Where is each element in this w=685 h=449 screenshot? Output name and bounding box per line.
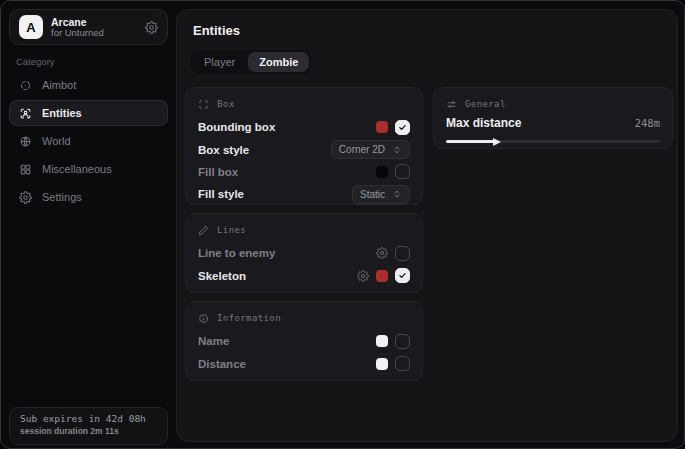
general-card: General Max distance 248m xyxy=(433,87,673,149)
page-title: Entities xyxy=(193,23,240,38)
sidebar-nav: Aimbot Entities World Miscellaneous Sett… xyxy=(9,72,168,212)
sub-expires-text: Sub expires in 42d 08h xyxy=(20,413,157,424)
setting-row-line-to-enemy: Line to enemy xyxy=(198,242,410,264)
color-swatch[interactable] xyxy=(376,358,388,370)
checkbox-distance[interactable] xyxy=(395,356,410,371)
max-distance-label: Max distance xyxy=(446,116,521,130)
setting-row-fill-style: Fill style Static xyxy=(198,183,410,205)
category-label: Category xyxy=(16,56,55,67)
sidebar-item-world[interactable]: World xyxy=(9,128,168,154)
setting-row-box-style: Box style Corner 2D xyxy=(198,138,410,160)
max-distance-row: Max distance 248m xyxy=(446,116,660,130)
color-swatch[interactable] xyxy=(376,270,388,282)
checkbox-bounding-box[interactable] xyxy=(395,120,410,135)
info-icon xyxy=(198,313,209,324)
card-title: Box xyxy=(217,99,234,109)
checkbox-skeleton[interactable] xyxy=(395,268,410,283)
session-duration-text: session duration 2m 11s xyxy=(20,426,157,436)
tab-zombie[interactable]: Zombie xyxy=(248,52,309,72)
pencil-line-icon xyxy=(198,225,209,236)
max-distance-value: 248m xyxy=(635,117,660,129)
color-swatch[interactable] xyxy=(376,335,388,347)
row-settings-gear-icon[interactable] xyxy=(357,270,369,282)
row-settings-gear-icon[interactable] xyxy=(376,247,388,259)
sidebar-item-label: Settings xyxy=(42,191,82,203)
app-window: A Arcane for Unturned Category Aimbot En… xyxy=(0,0,685,449)
sidebar-item-entities[interactable]: Entities xyxy=(9,100,168,126)
chevron-updown-icon xyxy=(392,145,402,155)
account-settings-icon[interactable] xyxy=(145,21,158,34)
setting-row-bounding-box: Bounding box xyxy=(198,116,410,138)
checkbox-line-to-enemy[interactable] xyxy=(395,246,410,261)
chevron-updown-icon xyxy=(392,189,402,199)
globe-icon xyxy=(19,135,32,148)
sidebar-item-miscellaneous[interactable]: Miscellaneous xyxy=(9,156,168,182)
setting-row-name: Name xyxy=(198,330,410,352)
information-card: Information Name Distance xyxy=(185,301,423,381)
color-swatch[interactable] xyxy=(376,121,388,133)
lines-card: Lines Line to enemy Skeleton xyxy=(185,213,423,293)
app-subtitle: for Unturned xyxy=(51,28,137,39)
sidebar-item-settings[interactable]: Settings xyxy=(9,184,168,210)
sidebar-item-label: Miscellaneous xyxy=(42,163,112,175)
setting-row-skeleton: Skeleton xyxy=(198,264,410,286)
app-logo: A xyxy=(19,15,43,39)
box-style-dropdown[interactable]: Corner 2D xyxy=(331,140,410,159)
checkbox-fill-box[interactable] xyxy=(395,164,410,179)
gear-icon xyxy=(19,191,32,204)
app-name: Arcane xyxy=(51,16,137,28)
crosshair-icon xyxy=(19,79,32,92)
max-distance-slider[interactable] xyxy=(446,140,660,143)
setting-row-distance: Distance xyxy=(198,352,410,374)
tab-player[interactable]: Player xyxy=(193,52,246,72)
box-card: Box Bounding box Box style Corner 2D Fil… xyxy=(185,87,423,205)
sidebar: A Arcane for Unturned Category Aimbot En… xyxy=(1,1,176,448)
card-title: Information xyxy=(217,313,281,323)
app-logo-card: A Arcane for Unturned xyxy=(9,9,168,45)
entities-scan-icon xyxy=(19,107,32,120)
main-panel: Entities Player Zombie Box Bounding box … xyxy=(176,9,678,442)
slider-thumb[interactable] xyxy=(492,137,502,147)
fill-style-dropdown[interactable]: Static xyxy=(352,185,410,204)
checkbox-name[interactable] xyxy=(395,334,410,349)
sidebar-item-label: Aimbot xyxy=(42,79,76,91)
grid-icon xyxy=(19,163,32,176)
entity-tabs: Player Zombie xyxy=(191,50,311,74)
card-title: Lines xyxy=(217,225,246,235)
subscription-card: Sub expires in 42d 08h session duration … xyxy=(9,407,168,445)
slider-fill xyxy=(446,140,497,143)
scan-box-icon xyxy=(198,99,209,110)
sidebar-item-label: Entities xyxy=(42,107,82,119)
setting-row-fill-box: Fill box xyxy=(198,161,410,183)
card-title: General xyxy=(465,99,506,109)
color-swatch[interactable] xyxy=(376,166,388,178)
sidebar-item-aimbot[interactable]: Aimbot xyxy=(9,72,168,98)
sidebar-item-label: World xyxy=(42,135,71,147)
sliders-icon xyxy=(446,99,457,110)
